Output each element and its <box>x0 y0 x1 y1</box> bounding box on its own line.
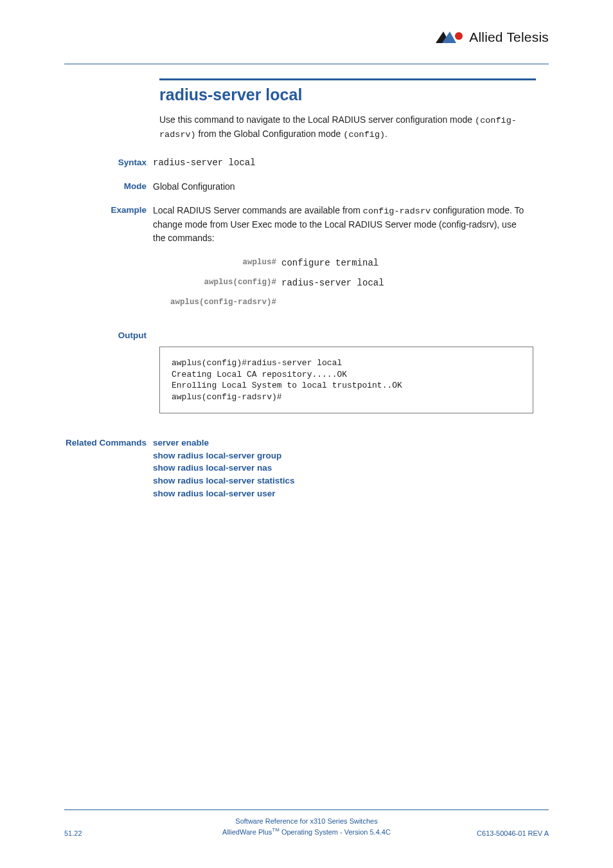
page-header: Allied Telesis <box>64 33 549 64</box>
example-paragraph: Local RADIUS Server commands are availab… <box>153 204 526 245</box>
intro-text-mid: from the Global Configuration mode <box>196 129 344 139</box>
cli-line: awplus# configure terminal <box>153 257 526 270</box>
cli-block: awplus# configure terminal awplus(config… <box>153 257 526 309</box>
related-commands-links: server enable show radius local-server g… <box>153 437 526 500</box>
mode-value: Global Configuration <box>153 180 526 194</box>
footer-line1: Software Reference for x310 Series Switc… <box>64 817 549 826</box>
allied-telesis-mark-icon <box>436 30 465 44</box>
footer-revision: C613-50046-01 REV A <box>477 829 549 837</box>
intro-text-pre: Use this command to navigate to the Loca… <box>159 114 475 125</box>
output-box: awplus(config)#radius-server local Creat… <box>159 347 533 413</box>
example-text-pre: Local RADIUS Server commands are availab… <box>153 205 363 215</box>
footer-line2-post: Operating System - Version 5.4.4C <box>280 828 391 836</box>
related-commands-row: Related Commands server enable show radi… <box>159 437 536 500</box>
syntax-value: radius-server local <box>153 156 526 170</box>
cli-prompt: awplus(config)# <box>153 276 281 290</box>
cli-command: configure terminal <box>281 257 378 270</box>
mode-row: Mode Global Configuration <box>159 180 536 194</box>
example-code: config-radsrv <box>363 206 431 216</box>
cli-command: radius-server local <box>281 276 384 290</box>
example-row: Example Local RADIUS Server commands are… <box>159 204 536 315</box>
related-link-show-statistics[interactable]: show radius local-server statistics <box>153 475 526 487</box>
related-link-show-user[interactable]: show radius local-server user <box>153 487 526 500</box>
cli-line: awplus(config)# radius-server local <box>153 276 526 290</box>
title-rule <box>159 78 536 80</box>
page-footer: Software Reference for x310 Series Switc… <box>64 809 549 837</box>
example-label: Example <box>76 204 153 315</box>
cli-prompt: awplus(config-radsrv)# <box>153 296 281 309</box>
intro-paragraph: Use this command to navigate to the Loca… <box>159 113 519 141</box>
related-link-server-enable[interactable]: server enable <box>153 437 526 449</box>
footer-center: Software Reference for x310 Series Switc… <box>64 817 549 837</box>
mode-label: Mode <box>76 180 153 194</box>
related-link-show-group[interactable]: show radius local-server group <box>153 449 526 462</box>
brand-logo: Allied Telesis <box>436 30 549 45</box>
cli-line: awplus(config-radsrv)# <box>153 296 526 309</box>
svg-point-2 <box>455 32 463 40</box>
output-row: Output <box>159 329 536 340</box>
output-label: Output <box>76 329 153 340</box>
example-value: Local RADIUS Server commands are availab… <box>153 204 526 315</box>
related-link-show-nas[interactable]: show radius local-server nas <box>153 462 526 475</box>
footer-line2-pre: AlliedWare Plus <box>222 828 272 836</box>
page-title: radius-server local <box>159 86 536 104</box>
cli-prompt: awplus# <box>153 257 281 270</box>
page: Allied Telesis radius-server local Use t… <box>0 0 613 868</box>
content-area: radius-server local Use this command to … <box>159 78 536 510</box>
footer-line2: AlliedWare PlusTM Operating System - Ver… <box>64 826 549 837</box>
intro-code-2: (config) <box>343 130 385 140</box>
footer-tm: TM <box>272 827 280 833</box>
intro-text-post: . <box>385 129 387 139</box>
syntax-label: Syntax <box>76 156 153 170</box>
related-commands-label: Related Commands <box>46 437 153 500</box>
brand-name: Allied Telesis <box>469 30 549 45</box>
footer-page-number: 51.22 <box>64 829 82 837</box>
syntax-row: Syntax radius-server local <box>159 156 536 170</box>
